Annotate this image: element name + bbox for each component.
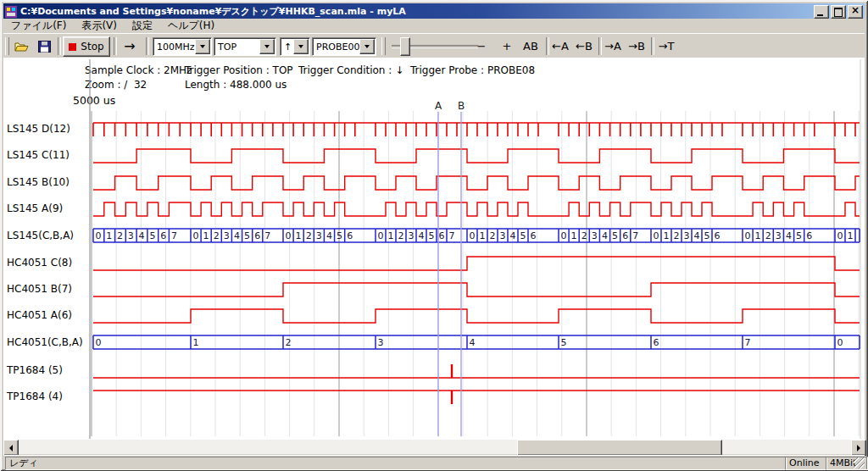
menu-view[interactable]: 表示(V) bbox=[74, 18, 125, 34]
close-icon: × bbox=[851, 4, 860, 16]
minimize-button[interactable] bbox=[814, 5, 829, 19]
info-trigger-probe: Trigger Probe : PROBE08 bbox=[410, 64, 535, 76]
chevron-down-icon bbox=[264, 45, 270, 48]
channel-label: TP1684 (4) bbox=[7, 390, 88, 403]
chevron-down-icon bbox=[364, 45, 370, 48]
toolbar-separator bbox=[58, 37, 61, 55]
status-online: Online bbox=[785, 457, 827, 470]
channel-label: HC4051 C(8) bbox=[7, 256, 88, 269]
trigger-position-dropdown-button[interactable] bbox=[259, 39, 275, 54]
open-folder-icon bbox=[14, 41, 30, 53]
maximize-icon bbox=[834, 8, 843, 17]
trigger-edge-combo[interactable]: ↑ bbox=[280, 37, 310, 56]
zoom-slider-handle[interactable] bbox=[400, 37, 410, 56]
channel-label: LS145 C(11) bbox=[7, 148, 88, 162]
horizontal-scrollbar[interactable] bbox=[3, 440, 865, 454]
close-button[interactable]: × bbox=[848, 5, 863, 19]
trigger-edge-value: ↑ bbox=[281, 42, 293, 53]
stop-icon bbox=[69, 43, 76, 51]
open-file-button[interactable] bbox=[12, 37, 32, 55]
trigger-probe-dropdown-button[interactable] bbox=[359, 39, 375, 54]
info-sample-clock: Sample Clock : 2MHz bbox=[85, 64, 192, 76]
toolbar: Stop → 100MHz TOP ↑ PROBE00 − + AB ←A ←B bbox=[3, 33, 865, 59]
toolbar-separator bbox=[146, 37, 149, 55]
app-icon bbox=[5, 5, 17, 17]
sample-rate-value: 100MHz bbox=[153, 42, 195, 53]
info-length: Length : 488.000 us bbox=[185, 79, 287, 91]
goto-cursor-b-left-button[interactable]: ←B bbox=[573, 38, 595, 54]
channel-label: HC4051(C,B,A) bbox=[7, 335, 88, 349]
menu-file[interactable]: ファイル(F) bbox=[3, 18, 74, 34]
waveform-panel bbox=[3, 58, 865, 440]
info-trigger-position: Trigger Position : TOP bbox=[185, 64, 293, 76]
chevron-down-icon bbox=[298, 45, 303, 48]
window-title: C:¥Documents and Settings¥noname¥デスクトップ¥… bbox=[20, 5, 406, 18]
scrollbar-thumb[interactable] bbox=[517, 440, 722, 456]
zoom-out-button[interactable]: − bbox=[471, 38, 492, 54]
zoom-in-button[interactable]: + bbox=[497, 38, 517, 54]
sample-rate-dropdown-button[interactable] bbox=[195, 39, 210, 54]
channel-label: LS145(C,B,A) bbox=[7, 229, 88, 242]
toolbar-grip[interactable] bbox=[381, 37, 386, 55]
app-window: C:¥Documents and Settings¥noname¥デスクトップ¥… bbox=[0, 0, 868, 471]
maximize-button[interactable] bbox=[831, 5, 846, 19]
channel-label: LS145 D(12) bbox=[7, 122, 88, 136]
floppy-icon bbox=[38, 41, 51, 53]
goto-cursor-b-right-button[interactable]: →B bbox=[626, 38, 648, 54]
sample-rate-combo[interactable]: 100MHz bbox=[153, 37, 212, 56]
channel-label: LS145 A(9) bbox=[7, 202, 88, 215]
goto-cursor-a-right-button[interactable]: →A bbox=[602, 38, 624, 54]
stop-label: Stop bbox=[81, 41, 103, 53]
run-button[interactable]: → bbox=[117, 38, 142, 54]
channel-label: LS145 B(10) bbox=[7, 175, 88, 189]
statusbar: レディ Online 4MBit bbox=[3, 455, 865, 469]
status-ready: レディ bbox=[5, 457, 787, 470]
trigger-position-combo[interactable]: TOP bbox=[214, 37, 276, 56]
trigger-probe-combo[interactable]: PROBE00 bbox=[312, 37, 376, 56]
scroll-left-button[interactable] bbox=[3, 440, 19, 456]
trigger-edge-dropdown-button[interactable] bbox=[293, 39, 309, 54]
save-file-button[interactable] bbox=[34, 37, 54, 55]
arrow-right-icon bbox=[857, 445, 860, 452]
toolbar-grip[interactable] bbox=[5, 37, 9, 55]
chevron-down-icon bbox=[200, 45, 205, 48]
scroll-right-button[interactable] bbox=[851, 440, 866, 456]
stop-button[interactable]: Stop bbox=[63, 36, 110, 57]
channel-label: HC4051 B(7) bbox=[7, 282, 88, 296]
ab-button[interactable]: AB bbox=[519, 38, 542, 54]
goto-cursor-a-left-button[interactable]: ←A bbox=[549, 38, 571, 54]
trigger-probe-value: PROBE00 bbox=[313, 42, 359, 53]
menu-help[interactable]: ヘルプ(H) bbox=[160, 18, 222, 34]
minimize-icon bbox=[817, 14, 823, 16]
info-trigger-condition: Trigger Condition : ↓ bbox=[298, 64, 403, 76]
menu-settings[interactable]: 設定 bbox=[125, 18, 160, 34]
goto-trigger-button[interactable]: →T bbox=[654, 38, 678, 54]
menubar: ファイル(F) 表示(V) 設定 ヘルプ(H) bbox=[3, 19, 865, 33]
channel-label: HC4051 A(6) bbox=[7, 308, 88, 322]
channel-label: TP1684 (5) bbox=[7, 363, 88, 377]
trigger-position-value: TOP bbox=[214, 42, 259, 53]
info-zoom: Zoom : / 32 bbox=[85, 79, 147, 91]
arrow-left-icon bbox=[9, 445, 13, 452]
resize-grip[interactable] bbox=[854, 457, 865, 468]
timeline-label: 5000 us bbox=[73, 94, 115, 107]
titlebar[interactable]: C:¥Documents and Settings¥noname¥デスクトップ¥… bbox=[3, 3, 865, 19]
